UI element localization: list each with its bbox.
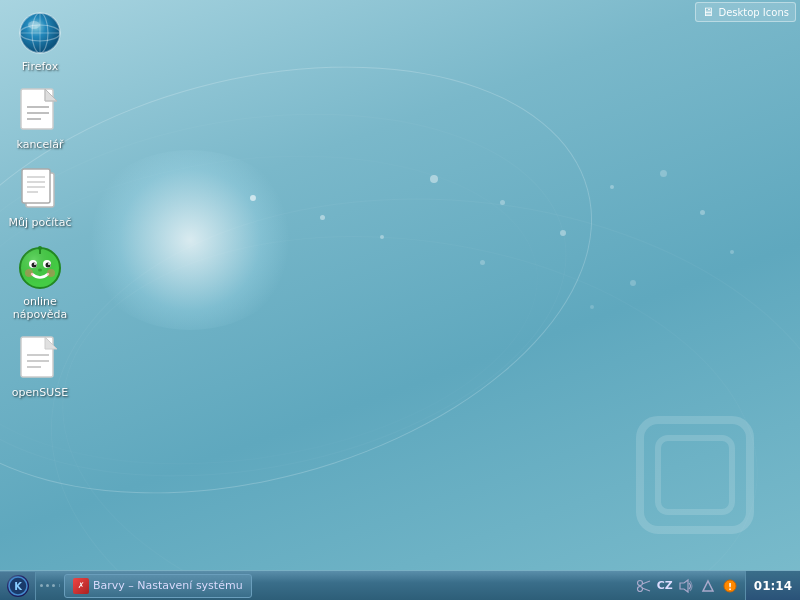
sparkle-6 (560, 230, 566, 236)
sparkle-4 (430, 175, 438, 183)
online-napoveda-icon-img (16, 244, 64, 292)
updates-svg: ! (722, 578, 738, 594)
online-napoveda-icon-item[interactable]: online nápověda (0, 240, 80, 325)
ql-dot-1 (40, 584, 43, 587)
desktop-icons-button[interactable]: 🖥 Desktop Icons (695, 2, 796, 22)
network-svg (700, 578, 716, 594)
sparkle-7 (610, 185, 614, 189)
start-button[interactable]: K (0, 572, 36, 600)
desktop-icons-area: Firefox kancelář (0, 5, 80, 407)
svg-point-30 (38, 268, 42, 271)
quick-launch (36, 584, 60, 587)
online-napoveda-label: online nápověda (6, 295, 74, 321)
firefox-svg (18, 11, 62, 55)
ql-dot-3 (52, 584, 55, 587)
online-napoveda-svg (18, 246, 62, 290)
kancelar-label: kancelář (16, 138, 63, 151)
sparkle-8 (660, 170, 667, 177)
svg-point-43 (637, 580, 642, 585)
svg-point-32 (38, 246, 42, 250)
svg-point-26 (32, 262, 37, 267)
barvy-app-button[interactable]: ✗ Barvy – Nastavení systému (64, 574, 252, 598)
network-tray-icon[interactable] (699, 577, 717, 595)
svg-point-28 (34, 263, 36, 265)
clock-time: 01:14 (754, 579, 792, 593)
sparkle-9 (700, 210, 705, 215)
opensuse-icon-item[interactable]: openSUSE (0, 331, 80, 403)
volume-tray-icon[interactable] (677, 577, 695, 595)
sparkle-10 (730, 250, 734, 254)
scissors-svg (636, 578, 652, 594)
kancelar-icon-img (16, 87, 64, 135)
kancelar-icon-item[interactable]: kancelář (0, 83, 80, 155)
sparkle-3 (380, 235, 384, 239)
firefox-label: Firefox (22, 60, 58, 73)
updates-tray-icon[interactable]: ! (721, 577, 739, 595)
desktop: 🖥 Desktop Icons (0, 0, 800, 600)
opensuse-svg (19, 335, 61, 383)
svg-line-45 (642, 581, 650, 584)
svg-marker-47 (680, 580, 688, 592)
barvy-app-label: Barvy – Nastavení systému (93, 579, 243, 592)
opensuse-label: openSUSE (12, 386, 68, 399)
svg-point-27 (46, 262, 51, 267)
barvy-app-icon: ✗ (73, 578, 89, 594)
svg-point-29 (48, 263, 50, 265)
kde-svg: K (8, 576, 28, 596)
svg-text:!: ! (728, 582, 732, 592)
svg-rect-16 (22, 169, 50, 203)
taskbar-apps: ✗ Barvy – Nastavení systému (60, 574, 629, 598)
svg-marker-48 (703, 581, 713, 591)
muj-pocitac-icon-item[interactable]: Můj počítač (0, 161, 80, 233)
firefox-icon-img (16, 9, 64, 57)
firefox-icon-item[interactable]: Firefox (0, 5, 80, 77)
svg-text:K: K (14, 581, 23, 592)
monitor-icon: 🖥 (702, 5, 714, 19)
svg-rect-1 (658, 438, 732, 512)
sparkle-2 (320, 215, 325, 220)
muj-pocitac-svg (18, 167, 62, 211)
sparkle-5 (500, 200, 505, 205)
systray: CZ ! (629, 571, 745, 600)
clock[interactable]: 01:14 (745, 571, 800, 600)
svg-line-46 (642, 588, 650, 591)
locale-indicator[interactable]: CZ (657, 579, 673, 592)
sparkle-1 (250, 195, 256, 201)
sparkle-13 (590, 305, 594, 309)
opensuse-icon-img (16, 335, 64, 383)
kde-logo: K (7, 575, 29, 597)
scissors-tray-icon[interactable] (635, 577, 653, 595)
svg-point-8 (28, 21, 40, 29)
svg-point-34 (47, 269, 55, 277)
volume-svg (678, 578, 694, 594)
svg-point-44 (637, 586, 642, 591)
ql-dot-2 (46, 584, 49, 587)
svg-point-33 (25, 269, 33, 277)
sparkle-11 (630, 280, 636, 286)
desktop-icons-label: Desktop Icons (718, 7, 789, 18)
opensuse-watermark (620, 400, 770, 550)
taskbar: K ✗ Barvy – Nastavení systému (0, 570, 800, 600)
sparkle-12 (480, 260, 485, 265)
muj-pocitac-label: Můj počítač (9, 216, 72, 229)
kancelar-svg (19, 87, 61, 135)
muj-pocitac-icon-img (16, 165, 64, 213)
